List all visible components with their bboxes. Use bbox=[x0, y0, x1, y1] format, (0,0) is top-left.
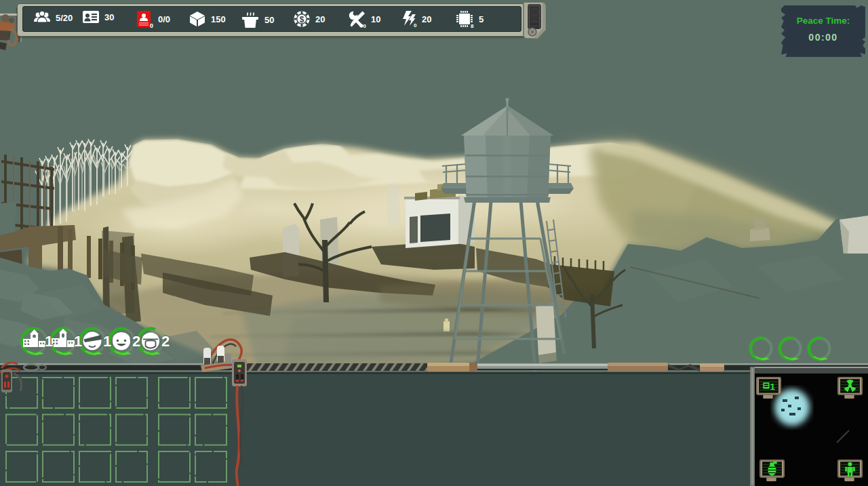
svg-text:1: 1 bbox=[45, 333, 53, 350]
svg-text:0: 0 bbox=[150, 22, 153, 28]
svg-text:2: 2 bbox=[161, 333, 170, 350]
svg-text:1: 1 bbox=[770, 382, 776, 392]
svg-text:8: 8 bbox=[471, 23, 474, 28]
svg-text:2: 2 bbox=[132, 333, 140, 350]
svg-text:0: 0 bbox=[363, 23, 367, 28]
svg-text:$: $ bbox=[300, 15, 304, 24]
svg-text:0: 0 bbox=[414, 22, 417, 28]
svg-text:1: 1 bbox=[74, 333, 82, 350]
svg-text:1: 1 bbox=[103, 333, 111, 350]
